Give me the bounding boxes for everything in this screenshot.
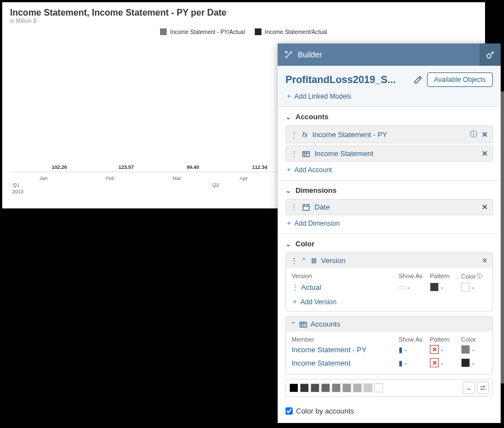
chevron-down-icon[interactable]: ⌄ <box>440 347 444 352</box>
palette-swatch[interactable] <box>364 383 372 392</box>
builder-subheader: ProfitandLoss2019_S... Available Objects… <box>278 66 501 107</box>
palette-swatch[interactable] <box>374 383 383 392</box>
showas-bar-icon[interactable]: ▮ <box>399 359 403 367</box>
info-icon[interactable]: ⓘ <box>477 273 482 280</box>
chevron-down-icon[interactable]: ⌄ <box>471 360 476 366</box>
chevron-down-icon[interactable]: ⌄ <box>404 360 408 366</box>
drag-handle-icon[interactable]: ⋮ <box>290 130 298 139</box>
account-chip-py[interactable]: ⋮ fx Income Statement - PY ⓘ ✕ <box>285 125 493 143</box>
palette-swatch[interactable] <box>300 383 309 392</box>
palette-swatch[interactable] <box>321 383 330 392</box>
legend-item-py[interactable]: Income Statement - PY/Actual <box>160 28 245 35</box>
remove-icon[interactable]: ✕ <box>482 203 488 211</box>
svg-rect-2 <box>303 205 309 210</box>
dimension-chip-date[interactable]: ⋮ Date ✕ <box>285 199 493 215</box>
plus-icon: ＋ <box>285 165 292 174</box>
color-section: ⌄ Color ⋮ ⌃ Version ✕ Version Show As Pa… <box>278 234 501 402</box>
add-dimension[interactable]: ＋ Add Dimension <box>285 218 493 228</box>
accounts-icon <box>299 320 307 328</box>
info-icon[interactable]: ⓘ <box>470 129 477 139</box>
palette-swatch[interactable] <box>342 383 351 392</box>
chevron-down-icon[interactable]: ⌄ <box>285 187 291 194</box>
version-name[interactable]: Actual <box>301 283 321 291</box>
bar-value-label: 102.26 <box>52 164 67 170</box>
color-swatch[interactable] <box>461 283 470 291</box>
add-version-label: Add Version <box>301 298 337 306</box>
chevron-down-icon[interactable]: ⌄ <box>404 347 408 352</box>
bar-value-label: 99.40 <box>187 164 200 170</box>
plus-icon: ＋ <box>285 218 292 228</box>
member-name[interactable]: Income Statement <box>292 359 351 367</box>
drag-handle-icon[interactable]: ⋮ <box>290 256 298 265</box>
chevron-down-icon[interactable]: ⌄ <box>285 240 291 248</box>
account-chip-is[interactable]: ⋮ Income Statement ✕ <box>285 145 493 162</box>
color-swatch[interactable] <box>461 358 470 367</box>
styling-toggle[interactable] <box>479 43 501 66</box>
palette-swatch[interactable] <box>332 383 341 392</box>
legend-swatch-py <box>160 28 167 35</box>
plus-icon: ＋ <box>285 91 292 101</box>
color-by-accounts-checkbox[interactable] <box>285 407 293 415</box>
remove-icon[interactable]: ✕ <box>482 149 488 158</box>
pattern-none-icon[interactable]: ✕ <box>430 345 439 354</box>
builder-title: Builder <box>298 50 479 59</box>
pattern-none-icon[interactable]: ✕ <box>430 358 439 367</box>
chevron-down-icon[interactable]: ⌄ <box>440 360 444 366</box>
remove-icon[interactable]: ✕ <box>482 256 488 265</box>
member-row-is: Income Statement ▮⌄ ✕⌄ ⌄ <box>292 356 487 369</box>
chevron-down-icon[interactable]: ⌄ <box>406 284 411 290</box>
version-row-actual: ⋮Actual ▭⌄ ⌄ ⌄ <box>292 280 487 294</box>
accounts-section: ⌄ Accounts ⋮ fx Income Statement - PY ⓘ … <box>278 107 501 181</box>
color-swatch[interactable] <box>461 345 470 354</box>
palette-swatch[interactable] <box>353 383 362 392</box>
color-by-accounts-row[interactable]: Color by accounts <box>285 407 493 415</box>
model-name[interactable]: ProfitandLoss2019_S... <box>285 74 409 86</box>
add-version[interactable]: ＋ Add Version <box>292 297 487 307</box>
account-label: Income Statement <box>314 149 477 158</box>
legend-label-actual: Income Statement/Actual <box>265 29 327 35</box>
add-account[interactable]: ＋ Add Account <box>285 165 493 174</box>
drag-handle-icon[interactable]: ⋮ <box>290 149 298 158</box>
available-objects-button[interactable]: Available Objects <box>427 72 493 87</box>
chevron-up-icon[interactable]: ⌃ <box>290 320 296 328</box>
palette-swatch[interactable] <box>311 383 319 392</box>
showas-icon[interactable]: ▭ <box>399 283 405 291</box>
chevron-down-icon[interactable]: ⌄ <box>440 284 444 290</box>
accounts-title: Accounts <box>295 113 328 121</box>
dimensions-title: Dimensions <box>295 186 337 194</box>
bar-value-label: 123.57 <box>118 164 134 170</box>
month-label: Jan <box>10 176 77 181</box>
bar-value-label: 112.34 <box>252 164 268 170</box>
drag-handle-icon[interactable]: ⋮ <box>292 283 299 291</box>
calendar-icon <box>302 203 310 211</box>
pattern-swatch[interactable] <box>430 283 439 291</box>
tools-icon <box>284 50 293 59</box>
legend-label-py: Income Statement - PY/Actual <box>170 29 245 35</box>
chevron-down-icon[interactable]: ⌄ <box>471 284 476 290</box>
palette-expand-button[interactable]: ⌄ <box>463 382 475 394</box>
chevron-down-icon[interactable]: ⌄ <box>285 113 291 121</box>
add-account-label: Add Account <box>294 166 332 174</box>
col-pattern: Pattern <box>430 273 461 280</box>
account-label: Income Statement - PY <box>312 130 466 139</box>
q1-label: Q1 <box>10 182 210 188</box>
legend-item-actual[interactable]: Income Statement/Actual <box>255 28 327 35</box>
chart-title: Income Statement, Income Statement - PY … <box>2 2 485 18</box>
svg-rect-3 <box>300 322 307 327</box>
color-accounts-block: ⌃ Accounts Member Show As Pattern Color … <box>285 316 493 374</box>
add-linked-models[interactable]: ＋ Add Linked Models <box>285 91 493 101</box>
col-showas: Show As <box>399 273 430 280</box>
member-name[interactable]: Income Statement - PY <box>292 346 366 354</box>
showas-bar-icon[interactable]: ▮ <box>399 346 403 354</box>
remove-icon[interactable]: ✕ <box>482 130 488 139</box>
edit-model-icon[interactable] <box>414 75 423 84</box>
scrollbar[interactable] <box>501 91 504 383</box>
palette-swatch[interactable] <box>289 383 298 392</box>
account-icon <box>302 150 310 158</box>
svg-rect-1 <box>303 152 309 157</box>
chevron-up-icon[interactable]: ⌃ <box>301 257 307 265</box>
drag-handle-icon[interactable]: ⋮ <box>290 203 298 211</box>
chevron-down-icon[interactable]: ⌄ <box>471 347 476 352</box>
col-pattern: Pattern <box>430 336 461 343</box>
palette-swap-button[interactable] <box>477 382 489 394</box>
